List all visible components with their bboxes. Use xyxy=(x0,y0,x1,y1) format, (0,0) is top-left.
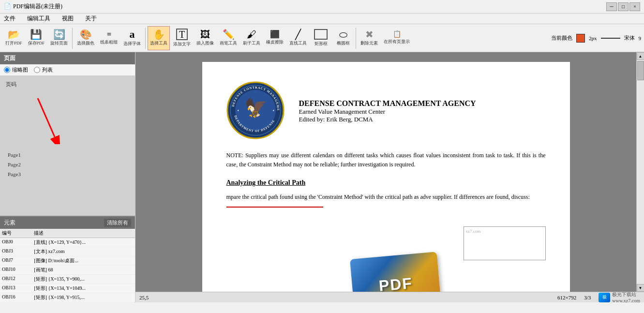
ellipse-icon: ⬭ xyxy=(339,30,347,39)
table-row[interactable]: OBJ13 [矩形] {X=134, Y=1049... xyxy=(0,284,135,293)
app-title: PDF编辑器(未注册) xyxy=(13,2,62,11)
elements-title: 元素 xyxy=(4,219,15,227)
page-item-1[interactable]: Page1 xyxy=(4,151,131,159)
table-row[interactable]: OBJ7 [图像] D:\tools\桌面... xyxy=(0,256,135,266)
pdf-page: 🦅 🛡 DEFENSE CONTRACT MANAGEMENT xyxy=(202,62,570,292)
rotate-page-button[interactable]: 🔄 旋转页面 xyxy=(48,26,70,50)
scroll-thumb[interactable] xyxy=(637,61,644,80)
app-icon: 📄 xyxy=(4,3,11,10)
select-tool-button[interactable]: ✋ 选择工具 xyxy=(148,26,170,50)
elem-desc: [图像] D:\tools\桌面... xyxy=(32,256,135,266)
open-pdf-button[interactable]: 📂 打开PDF xyxy=(3,26,25,50)
menu-edit[interactable]: 编辑工具 xyxy=(25,14,52,24)
toolbar-separator-3 xyxy=(356,28,356,49)
brush-tool-button[interactable]: ✏️ 画笔工具 xyxy=(217,26,240,50)
minimize-button[interactable]: ─ xyxy=(606,2,617,11)
rotate-icon: 🔄 xyxy=(53,30,65,39)
toolbar-separator-1 xyxy=(72,28,73,49)
table-row[interactable]: OBJ16 [矩形] {X=198, Y=915,... xyxy=(0,293,135,302)
pages-title: 页面 xyxy=(4,55,15,61)
menu-view[interactable]: 视图 xyxy=(60,14,75,24)
font-label: 选择字体 xyxy=(123,41,141,47)
elem-id: OBJ12 xyxy=(0,275,32,284)
table-row[interactable]: OBJ0 [直线] {X=129, Y=470}... xyxy=(0,238,135,247)
current-color-label: 当前颜色 xyxy=(551,34,572,42)
jg-site-name: 极光下载站 xyxy=(612,291,640,298)
brush-icon: ✏️ xyxy=(223,30,235,39)
select-font-button[interactable]: a 选择字体 xyxy=(121,26,143,50)
eraser-tool-button[interactable]: 🖌 刷子工具 xyxy=(240,26,263,50)
open-pdf-icon: 📂 xyxy=(8,30,20,39)
list-radio[interactable]: 列表 xyxy=(34,66,53,74)
select-color-button[interactable]: 🎨 选择颜色 xyxy=(75,26,97,50)
select-label: 选择工具 xyxy=(150,40,167,46)
show-all-button[interactable]: 📋 在所有页显示 xyxy=(381,26,412,50)
rubber-label: 橡皮擦除 xyxy=(266,39,284,45)
open-pdf-label: 打开PDF xyxy=(5,40,22,46)
elem-desc: [文本] xz7.com xyxy=(32,247,135,256)
body-text-content: mpare the critical path found using the … xyxy=(226,194,530,200)
thumbnail-radio[interactable]: 缩略图 xyxy=(4,66,28,74)
elem-id: OBJ7 xyxy=(0,256,32,266)
show-all-icon: 📋 xyxy=(393,31,401,38)
save-pdf-button[interactable]: 💾 保存PDF xyxy=(26,26,47,50)
elem-id: OBJ16 xyxy=(0,293,32,302)
close-button[interactable]: × xyxy=(629,2,640,11)
elem-id: OBJ10 xyxy=(0,266,32,275)
vertical-scrollbar[interactable]: ▲ ▼ xyxy=(636,52,644,292)
ellipse-label: 椭圆框 xyxy=(337,40,350,46)
table-row[interactable]: OBJ12 [矩形] {X=135, Y=900,... xyxy=(0,275,135,284)
color-label: 选择颜色 xyxy=(77,40,94,46)
pdf-note: NOTE: Suppliers may use different calend… xyxy=(226,151,546,169)
elem-id: OBJ13 xyxy=(0,284,32,293)
page-item-3[interactable]: Page3 xyxy=(4,170,131,178)
line-tool-button[interactable]: ╱ 直线工具 xyxy=(287,26,309,50)
add-text-icon: T xyxy=(176,29,188,40)
page-item-2[interactable]: Page2 xyxy=(4,161,131,168)
rect-tool-button[interactable]: 矩形框 xyxy=(310,26,331,50)
page-column-header: 页码 xyxy=(4,80,131,89)
save-pdf-label: 保存PDF xyxy=(28,40,45,46)
jg-icon: 极 xyxy=(599,293,610,302)
clear-all-button[interactable]: 清除所有 xyxy=(104,219,131,227)
maximize-button[interactable]: □ xyxy=(618,2,629,11)
pdf-overlay-text: PDF xyxy=(378,274,413,292)
pdf-org-name: DEFENSE CONTRACT MANAGEMENT AGENCY xyxy=(299,99,476,108)
current-color-swatch[interactable] xyxy=(576,34,585,43)
line-width-preview xyxy=(601,38,620,39)
line-icon: ╱ xyxy=(295,30,301,39)
thumbnail-label: 缩略图 xyxy=(12,66,28,74)
rotate-label: 旋转页面 xyxy=(50,40,68,46)
brush-label: 画笔工具 xyxy=(220,40,237,46)
pdf-area[interactable]: 🦅 🛡 DEFENSE CONTRACT MANAGEMENT xyxy=(135,52,636,292)
elem-desc: [矩形] {X=135, Y=900,... xyxy=(32,275,135,284)
table-row[interactable]: OBJ10 [画笔] 68 xyxy=(0,266,135,275)
delete-icon: ✖ xyxy=(365,30,374,39)
line-thickness-icon: ≡ xyxy=(107,30,111,38)
elements-panel: 元素 清除所有 编号 描述 OBJ0 [直线] {X=129, Y=470}..… xyxy=(0,216,135,302)
pdf-main-area: 🦅 🛡 DEFENSE CONTRACT MANAGEMENT xyxy=(135,52,644,292)
scroll-up-btn[interactable]: ▲ xyxy=(637,52,644,60)
pages-area: 页码 Page1 Page2 Page3 xyxy=(0,76,135,216)
menu-file[interactable]: 文件 xyxy=(2,14,17,24)
jg-label: 极光下载站 www.xz7.com xyxy=(612,291,640,302)
add-text-button[interactable]: T 添加文字 xyxy=(171,26,193,50)
toolbar: 📂 打开PDF 💾 保存PDF 🔄 旋转页面 🎨 选择颜色 ≡ 线条粗细 a 选… xyxy=(0,24,644,52)
table-row[interactable]: OBJ3 [文本] xz7.com xyxy=(0,247,135,256)
elem-desc: [直线] {X=129, Y=470}... xyxy=(32,238,135,247)
ellipse-tool-button[interactable]: ⬭ 椭圆框 xyxy=(332,26,354,50)
eraser-label: 刷子工具 xyxy=(243,40,260,46)
delete-elem-button[interactable]: ✖ 删除元素 xyxy=(358,26,380,50)
title-bar-controls[interactable]: ─ □ × xyxy=(606,2,640,11)
line-thickness-button[interactable]: ≡ 线条粗细 xyxy=(98,26,120,50)
insert-image-button[interactable]: 🖼 插入图像 xyxy=(194,26,216,50)
rubber-erase-button[interactable]: ⬛ 橡皮擦除 xyxy=(264,26,286,50)
pdf-org-sub1: Earned Value Management Center xyxy=(299,108,476,116)
toolbar-right: 当前颜色 2px 宋体 9 xyxy=(551,34,641,43)
menu-about[interactable]: 关于 xyxy=(83,14,99,24)
pages-panel-header: 页面 xyxy=(0,52,135,64)
scroll-down-btn[interactable]: ▼ xyxy=(637,284,644,292)
pdf-title-block: 🦅 🛡 DEFENSE CONTRACT MANAGEMENT xyxy=(226,81,546,141)
pdf-viewer-container: 🦅 🛡 DEFENSE CONTRACT MANAGEMENT xyxy=(135,52,644,302)
svg-text:🛡: 🛡 xyxy=(252,110,259,118)
